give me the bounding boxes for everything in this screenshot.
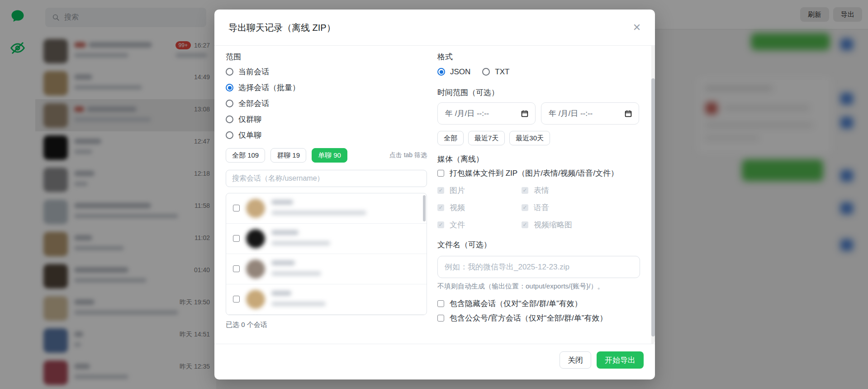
- media-type-images: ✓ 图片: [437, 185, 522, 196]
- format-radios: JSON TXT: [437, 64, 640, 80]
- radio-icon-checked: [437, 68, 445, 76]
- avatar: [246, 229, 265, 248]
- checkbox-checked-disabled-icon: ✓: [522, 187, 528, 194]
- filename-hint: 不填则自动生成（输出位置：output/exports/{账号}/）。: [437, 282, 640, 291]
- checkbox-checked-disabled-icon: ✓: [437, 204, 444, 211]
- modal-scrollbar-track[interactable]: [651, 46, 655, 344]
- include-official-checkbox[interactable]: 包含公众号/官方会话（仅对“全部/群/单”有效）: [437, 313, 640, 323]
- filename-input[interactable]: [437, 256, 640, 278]
- checkbox-label: 图片: [450, 185, 465, 196]
- start-export-button[interactable]: 开始导出: [597, 351, 644, 369]
- checkbox-checked-disabled-icon: ✓: [522, 204, 528, 211]
- radio-icon: [226, 100, 233, 107]
- conversation-row[interactable]: [226, 193, 427, 224]
- media-type-voice: ✓ 语音: [522, 202, 640, 213]
- tab-singles-active[interactable]: 单聊 90: [312, 148, 347, 163]
- media-types-grid: ✓ 图片 ✓ 表情 ✓ 视频 ✓ 语音: [437, 185, 640, 230]
- modal-scrollbar-thumb[interactable]: [651, 78, 655, 336]
- media-type-thumbnails: ✓ 视频缩略图: [522, 220, 640, 230]
- radio-all-conversations[interactable]: 全部会话: [226, 96, 427, 111]
- datetime-placeholder: 年 /月/日 --:--: [549, 108, 593, 119]
- media-type-videos: ✓ 视频: [437, 202, 522, 213]
- quick-30days-button[interactable]: 最近30天: [509, 131, 550, 145]
- checkbox-label: 文件: [450, 220, 465, 230]
- tab-all[interactable]: 全部 109: [226, 148, 265, 163]
- media-type-stickers: ✓ 表情: [522, 185, 640, 196]
- filter-tabs: 全部 109 群聊 19 单聊 90 点击 tab 筛选: [226, 148, 427, 163]
- checkbox-label: 包含公众号/官方会话（仅对“全部/群/单”有效）: [450, 313, 607, 323]
- options-column: 格式 JSON TXT 时间范围（可选） 年 /月/日 --:--: [437, 46, 640, 323]
- radio-icon: [226, 68, 233, 76]
- radio-label: TXT: [495, 67, 509, 77]
- conversation-blur: [226, 284, 427, 314]
- conversation-search-input[interactable]: [226, 170, 427, 187]
- conversation-blur: [226, 315, 427, 315]
- quick-all-button[interactable]: 全部: [437, 131, 464, 145]
- quick-7days-button[interactable]: 最近7天: [468, 131, 505, 145]
- media-type-files: ✓ 文件: [437, 220, 522, 230]
- export-dialog: 导出聊天记录（离线 ZIP） ✕ 范围 当前会话 选择会话（批量） 全部会话: [214, 10, 655, 379]
- format-label: 格式: [437, 52, 640, 62]
- conversation-list: [226, 193, 427, 315]
- radio-icon: [482, 68, 490, 76]
- app-window: 搜索 99+16:27 14:49: [0, 0, 868, 389]
- dialog-header: 导出聊天记录（离线 ZIP） ✕: [214, 10, 655, 46]
- calendar-icon[interactable]: [624, 110, 632, 120]
- datetime-placeholder: 年 /月/日 --:--: [445, 108, 489, 119]
- checkbox-checked-disabled-icon: ✓: [522, 221, 528, 228]
- dialog-title: 导出聊天记录（离线 ZIP）: [228, 22, 336, 34]
- scope-column: 范围 当前会话 选择会话（批量） 全部会话 仅群聊: [226, 46, 427, 329]
- radio-current-conversation[interactable]: 当前会话: [226, 64, 427, 80]
- radio-singles-only[interactable]: 仅单聊: [226, 127, 427, 143]
- tab-hint: 点击 tab 筛选: [389, 151, 427, 159]
- radio-icon-checked: [226, 84, 233, 91]
- checkbox-checked-disabled-icon: ✓: [437, 187, 444, 194]
- close-icon[interactable]: ✕: [630, 20, 644, 35]
- checkbox-label: 视频缩略图: [534, 220, 572, 230]
- radio-format-txt[interactable]: TXT: [482, 64, 509, 80]
- radio-select-conversations[interactable]: 选择会话（批量）: [226, 80, 427, 96]
- radio-label: 选择会话（批量）: [238, 82, 300, 93]
- date-range-inputs: 年 /月/日 --:-- 年 /月/日 --:--: [437, 102, 640, 125]
- scope-label: 范围: [226, 52, 427, 62]
- list-scrollbar-thumb[interactable]: [423, 195, 426, 221]
- calendar-icon[interactable]: [521, 110, 529, 120]
- time-range-label: 时间范围（可选）: [437, 87, 640, 98]
- quick-range-buttons: 全部 最近7天 最近30天: [437, 131, 640, 145]
- radio-icon: [226, 115, 233, 123]
- dialog-body: 范围 当前会话 选择会话（批量） 全部会话 仅群聊: [214, 46, 655, 344]
- selected-count: 已选 0 个会话: [226, 321, 427, 329]
- close-button[interactable]: 关闭: [560, 351, 591, 369]
- radio-groups-only[interactable]: 仅群聊: [226, 111, 427, 127]
- dialog-footer: 关闭 开始导出: [214, 344, 655, 379]
- radio-label: 全部会话: [238, 98, 269, 109]
- conversation-row[interactable]: [226, 315, 427, 315]
- radio-label: 仅单聊: [238, 130, 261, 140]
- radio-format-json[interactable]: JSON: [437, 64, 470, 80]
- conversation-row[interactable]: [226, 284, 427, 315]
- media-label: 媒体（离线）: [437, 154, 640, 164]
- tab-groups[interactable]: 群聊 19: [270, 148, 306, 163]
- start-datetime-input[interactable]: 年 /月/日 --:--: [437, 102, 536, 125]
- checkbox-label: 视频: [450, 202, 465, 213]
- avatar: [246, 199, 265, 218]
- pack-media-checkbox[interactable]: 打包媒体文件到 ZIP（图片/表情/视频/语音/文件）: [437, 168, 640, 178]
- checkbox-label: 包含隐藏会话（仅对“全部/群/单”有效）: [450, 298, 582, 309]
- end-datetime-input[interactable]: 年 /月/日 --:--: [541, 102, 639, 125]
- conversation-blur: [226, 254, 427, 284]
- radio-label: JSON: [450, 67, 470, 77]
- conversation-row[interactable]: [226, 224, 427, 254]
- radio-label: 当前会话: [238, 67, 269, 77]
- checkbox-icon: [437, 300, 444, 307]
- checkbox-icon: [437, 170, 444, 177]
- radio-label: 仅群聊: [238, 114, 261, 125]
- checkbox-label: 打包媒体文件到 ZIP（图片/表情/视频/语音/文件）: [450, 168, 618, 178]
- radio-icon: [226, 131, 233, 139]
- checkbox-label: 语音: [534, 202, 549, 213]
- checkbox-icon: [437, 315, 444, 322]
- conversation-blur: [226, 193, 427, 223]
- conversation-row[interactable]: [226, 254, 427, 284]
- avatar: [246, 290, 265, 309]
- include-hidden-checkbox[interactable]: 包含隐藏会话（仅对“全部/群/单”有效）: [437, 298, 640, 309]
- avatar: [246, 259, 265, 279]
